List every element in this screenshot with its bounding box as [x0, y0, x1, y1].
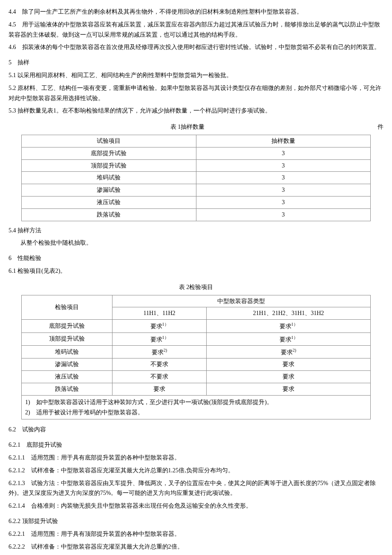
- cell: 要求1）: [207, 320, 371, 332]
- cell: 液压试验: [22, 371, 112, 383]
- para-6-2-1-2: 6.2.1.2 试样准备：中型散装容器应充灌至其最大允许总重的1.25倍,负荷应…: [9, 465, 383, 476]
- para-4-5: 4.5 用于运输液体的中型散装容器应装有减压装置，减压装置应在容器内部压力超过其…: [9, 20, 383, 40]
- cell: 不要求: [112, 371, 206, 383]
- para-4-4: 4.4 除了同一生产工艺所产生的剩余材料及其再生物外，不得使用回收的旧材料来制造…: [9, 7, 383, 17]
- table-note-row: 1) 如中型散装容器设计适用于这种装卸方式，至少进行其中一项试验(顶部提升或底部…: [22, 395, 371, 419]
- table2-note2: 2) 适用于被设计用于堆码的中型散装容器。: [25, 408, 367, 418]
- cell: 顶部提升试验: [22, 332, 112, 345]
- para-6-2-1-1: 6.2.1.1 适用范围：用于具有底部提升装置的各种中型散装容器。: [9, 453, 383, 463]
- cell: 渗漏试验: [22, 358, 112, 371]
- cell: 要求: [207, 383, 371, 396]
- table2-header-sub2: 21H1、21H2、31H1、31H2: [207, 307, 371, 320]
- cell: 要求1）: [207, 332, 371, 345]
- para-6-1: 6.1 检验项目(见表2)。: [9, 266, 383, 276]
- table1-unit: 件: [366, 122, 383, 132]
- cell: 底部提升试验: [22, 320, 112, 332]
- table-row: 跌落试验3: [22, 208, 371, 221]
- cell: 液压试验: [22, 196, 196, 208]
- table-header-row: 检验项目 中型散装容器类型: [22, 295, 371, 307]
- table-row: 液压试验 不要求 要求: [22, 371, 371, 383]
- para-6-2-2-2: 6.2.2.2 试样准备：中型散装容器应充灌至其最大允许总重的2倍。: [9, 542, 383, 552]
- cell: 要求1）: [112, 320, 206, 332]
- table2-header-type: 中型散装容器类型: [112, 295, 370, 307]
- table-row: 底部提升试验 要求1） 要求1）: [22, 320, 371, 332]
- para-5-4: 5.4 抽样方法: [9, 225, 383, 236]
- cell: 要求1）: [112, 332, 206, 345]
- cell: 3: [196, 147, 371, 159]
- table1-header-qty: 抽样数量: [196, 135, 371, 147]
- cell: 跌落试验: [22, 208, 196, 221]
- cell: 3: [196, 172, 371, 184]
- table-header-row: 试验项目 抽样数量: [22, 135, 371, 147]
- cell: 底部提升试验: [22, 147, 196, 159]
- cell: 3: [196, 208, 371, 221]
- table2-header-item: 检验项目: [22, 295, 112, 320]
- table1: 试验项目 抽样数量 底部提升试验3 顶部提升试验3 堆码试验3 渗漏试验3 液压…: [21, 135, 371, 221]
- table2-notes: 1) 如中型散装容器设计适用于这种装卸方式，至少进行其中一项试验(顶部提升或底部…: [22, 395, 371, 419]
- cell: 3: [196, 196, 371, 208]
- table-row: 顶部提升试验 要求1） 要求1）: [22, 332, 371, 345]
- para-4-6: 4.6 拟装液体的每个中型散装容器在首次使用及经修理再次投入使用时都应进行密封性…: [9, 42, 383, 52]
- para-5-2: 5.2 原材料、工艺、结构任一项有变更，需重新申请检验。如果中型散装容器与其设计…: [9, 83, 383, 104]
- para-6-2-1-4: 6.2.1.4 合格准则：内装物无损失且中型散装容器未出现任何会危及运输安全的永…: [9, 501, 383, 511]
- cell: 要求: [207, 371, 371, 383]
- cell: 堆码试验: [22, 346, 112, 358]
- table-row: 渗漏试验3: [22, 184, 371, 197]
- cell: 堆码试验: [22, 172, 196, 184]
- section-5-title: 5 抽样: [9, 58, 383, 68]
- table-row: 底部提升试验3: [22, 147, 371, 159]
- para-6-2-1: 6.2.1 底部提升试验: [9, 440, 383, 450]
- table-row: 顶部提升试验3: [22, 159, 371, 172]
- cell: 要求2): [207, 346, 371, 358]
- table2-caption: 表 2检验项目: [9, 282, 383, 292]
- cell: 3: [196, 184, 371, 197]
- table2-header-sub1: 11H1、11H2: [112, 307, 206, 320]
- para-6-2-2-1: 6.2.2.1 适用范围：用于具有顶部提升装置的各种中型散装容器。: [9, 529, 383, 539]
- cell: 要求2): [112, 346, 206, 358]
- table-row: 跌落试验 要求 要求: [22, 383, 371, 396]
- cell: 要求: [112, 383, 206, 396]
- table-row: 渗漏试验 不要求 要求: [22, 358, 371, 371]
- table2-note1: 1) 如中型散装容器设计适用于这种装卸方式，至少进行其中一项试验(顶部提升或底部…: [25, 397, 367, 408]
- para-5-1: 5.1 以采用相同原材料、相同工艺、相同结构生产的刚性塑料中型散货箱为一检验批。: [9, 70, 383, 81]
- cell: 跌落试验: [22, 383, 112, 396]
- para-6-2-2: 6.2.2 顶部提升试验: [9, 516, 383, 526]
- table2: 检验项目 中型散装容器类型 11H1、11H2 21H1、21H2、31H1、3…: [21, 295, 371, 420]
- table-row: 液压试验3: [22, 196, 371, 208]
- cell: 要求: [207, 358, 371, 371]
- para-5-3: 5.3 抽样数量见表1。在不影响检验结果的情况下，允许减少抽样数量，一个样品同时…: [9, 106, 383, 116]
- table1-header-item: 试验项目: [22, 135, 196, 147]
- section-6-title: 6 性能检验: [9, 253, 383, 263]
- table1-caption: 表 1抽样数量: [9, 122, 366, 132]
- table-row: 堆码试验 要求2) 要求2): [22, 346, 371, 358]
- table-row: 堆码试验3: [22, 172, 371, 184]
- cell: 不要求: [112, 358, 206, 371]
- cell: 渗漏试验: [22, 184, 196, 197]
- para-5-4-content: 从整个检验批中随机抽取。: [9, 238, 383, 248]
- table1-caption-row: 表 1抽样数量 件: [9, 122, 383, 132]
- table2-caption-row: 表 2检验项目: [9, 282, 383, 292]
- para-6-2: 6.2 试验内容: [9, 425, 383, 435]
- cell: 3: [196, 159, 371, 172]
- cell: 顶部提升试验: [22, 159, 196, 172]
- para-6-2-1-3: 6.2.1.3 试验方法：中型散装容器应由叉车提升、降低两次，叉子的位置应在中央…: [9, 478, 383, 499]
